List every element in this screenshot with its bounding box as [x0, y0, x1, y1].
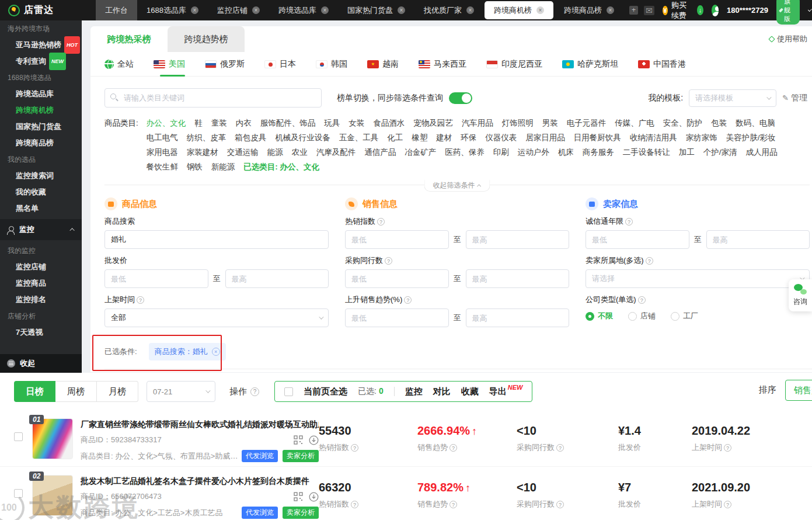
sidebar-item[interactable]: 监控搜索词: [0, 168, 82, 184]
message-icon[interactable]: ✉: [644, 6, 654, 15]
help-icon[interactable]: ?: [377, 218, 385, 226]
row-checkbox[interactable]: [14, 489, 23, 498]
company-type-radio[interactable]: 不限: [586, 311, 613, 321]
help-icon[interactable]: ?: [351, 501, 358, 508]
category-item[interactable]: 安全、防护: [663, 116, 703, 130]
category-item[interactable]: 灯饰照明: [502, 116, 534, 130]
sidebar-item[interactable]: 我的收藏: [0, 184, 82, 200]
category-item[interactable]: 交通运输: [227, 145, 259, 160]
sidebar-item[interactable]: 国家热门货盘: [0, 119, 82, 135]
sort-by-trend-button[interactable]: 销售趋势: [785, 380, 812, 401]
topbar-tab[interactable]: 跨境选品库×: [269, 0, 338, 20]
hot-index-max-input[interactable]: [466, 230, 570, 249]
product-image[interactable]: [32, 418, 73, 459]
buy-renew-button[interactable]: ¥ 购买续费: [663, 0, 689, 21]
category-item[interactable]: 美容护肤/彩妆: [726, 130, 776, 145]
category-item[interactable]: 家用电器: [147, 145, 178, 160]
tab-trend[interactable]: 跨境趋势榜: [168, 26, 245, 52]
period-tab[interactable]: 月榜: [97, 381, 138, 402]
category-item[interactable]: 钢铁: [187, 160, 203, 174]
peer-min-input[interactable]: [345, 269, 449, 288]
help-icon[interactable]: ?: [724, 444, 731, 452]
close-icon[interactable]: ×: [191, 6, 198, 14]
help-icon[interactable]: ?: [449, 501, 457, 508]
country-filter[interactable]: 俄罗斯: [205, 52, 245, 77]
download-icon[interactable]: ↓: [697, 5, 703, 15]
country-filter[interactable]: 越南: [367, 52, 399, 77]
category-item[interactable]: 居家日用品: [525, 130, 565, 145]
seller-analysis-tag[interactable]: 卖家分析: [283, 450, 319, 462]
category-item[interactable]: 通信产品: [364, 145, 396, 160]
help-icon[interactable]: ?: [625, 218, 633, 226]
remove-chip-icon[interactable]: ×: [212, 348, 220, 356]
category-item[interactable]: 内衣: [236, 116, 252, 130]
help-icon[interactable]: ?: [449, 444, 457, 452]
sidebar-item[interactable]: 跨境选品库: [0, 86, 82, 102]
date-select[interactable]: 07-21: [147, 381, 215, 402]
category-item[interactable]: 建材: [436, 130, 452, 145]
product-search-input[interactable]: [104, 230, 329, 249]
monitor-action[interactable]: 监控: [405, 386, 423, 397]
qr-code-icon[interactable]: [294, 435, 303, 445]
peer-max-input[interactable]: [466, 269, 570, 288]
sidebar-collapse-button[interactable]: 收起: [0, 354, 82, 373]
sidebar-item[interactable]: 监控店铺: [0, 259, 82, 275]
listing-time-select[interactable]: 全部: [104, 308, 329, 327]
help-icon[interactable]: ?: [556, 444, 564, 452]
help-icon[interactable]: ?: [385, 257, 392, 265]
category-item[interactable]: 鞋: [194, 116, 203, 130]
category-item[interactable]: 玩具: [324, 116, 340, 130]
close-icon[interactable]: ×: [536, 6, 544, 14]
consult-float-button[interactable]: 咨询: [789, 279, 812, 311]
company-type-radio[interactable]: 店铺: [628, 311, 656, 321]
help-icon[interactable]: ?: [351, 444, 358, 452]
proxy-browse-tag[interactable]: 代发浏览: [242, 507, 278, 519]
tab-hot-purchase[interactable]: 跨境热采榜: [90, 26, 168, 52]
help-icon[interactable]: ?: [724, 501, 731, 508]
category-item[interactable]: 仪器仪表: [485, 130, 517, 145]
product-title[interactable]: 厂家直销丝带涤纶带缎带雨丝仙女棒欧式婚礼结婚派对暖场互动助威: [81, 418, 319, 430]
category-item[interactable]: 童装: [211, 116, 227, 130]
country-filter[interactable]: 马来西亚: [419, 52, 466, 77]
close-icon[interactable]: ×: [252, 6, 260, 14]
topbar-tab[interactable]: 监控店铺×: [208, 0, 269, 20]
seller-analysis-tag[interactable]: 卖家分析: [283, 507, 319, 519]
export-action[interactable]: 导出 NEW: [489, 386, 523, 397]
sidebar-item[interactable]: 黑名单: [0, 200, 82, 217]
close-icon[interactable]: ×: [398, 6, 405, 14]
help-link[interactable]: 使用帮助: [769, 34, 807, 44]
app-logo[interactable]: 店雷达: [8, 4, 96, 16]
country-filter[interactable]: 韩国: [316, 52, 347, 77]
category-item[interactable]: 能源: [267, 145, 283, 160]
country-filter[interactable]: 日本: [264, 52, 296, 77]
category-item[interactable]: 加工: [679, 145, 695, 160]
category-item[interactable]: 机械及行业设备: [275, 130, 330, 145]
category-item[interactable]: 宠物及园艺: [413, 116, 453, 130]
price-min-input[interactable]: [104, 269, 208, 288]
sidebar-item[interactable]: 专利查询NEW: [0, 53, 82, 70]
help-icon[interactable]: ?: [638, 296, 646, 304]
category-item[interactable]: 运动户外: [518, 145, 549, 160]
topbar-tab[interactable]: 找优质厂家×: [414, 0, 483, 20]
trend-min-input[interactable]: [345, 308, 449, 327]
topbar-tab[interactable]: 跨境商品榜×: [555, 0, 623, 20]
row-checkbox[interactable]: [14, 432, 23, 441]
category-item[interactable]: 成人用品: [746, 145, 778, 160]
help-icon[interactable]: ?: [250, 387, 259, 396]
topbar-tab[interactable]: 工作台: [96, 0, 137, 20]
compare-action[interactable]: 对比: [433, 386, 451, 397]
hot-index-min-input[interactable]: [345, 230, 449, 249]
chevron-down-icon[interactable]: [808, 8, 812, 12]
download-icon[interactable]: [309, 435, 319, 445]
category-item[interactable]: 新能源: [211, 160, 235, 174]
category-item[interactable]: 收纳清洁用具: [630, 130, 677, 145]
category-keyword-input[interactable]: [104, 88, 322, 108]
help-icon[interactable]: ?: [404, 296, 412, 304]
category-item[interactable]: 女装: [349, 116, 364, 130]
trend-max-input[interactable]: [466, 308, 570, 327]
product-image[interactable]: [32, 475, 73, 516]
help-icon[interactable]: ?: [646, 257, 653, 265]
manage-templates-button[interactable]: ✎ 管理: [782, 93, 807, 103]
sync-toggle-switch[interactable]: [449, 92, 472, 104]
topbar-tab[interactable]: 国家热门货盘×: [338, 0, 414, 20]
